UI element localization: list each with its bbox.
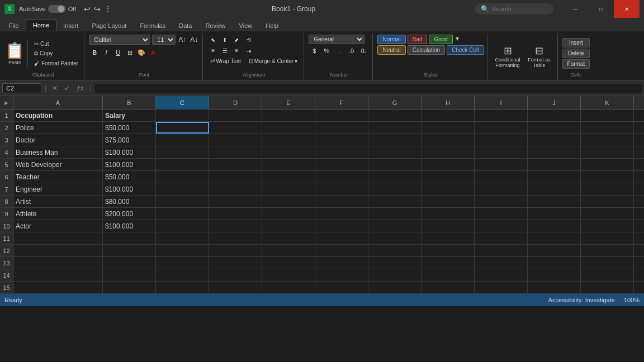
cell-G15[interactable]	[368, 282, 422, 293]
cell-H13[interactable]	[422, 257, 475, 269]
formula-input[interactable]	[94, 84, 642, 93]
format-as-table-button[interactable]: ⊟ Format asTable	[525, 43, 554, 70]
cell-A6[interactable]: Teacher	[13, 171, 103, 183]
cell-I11[interactable]	[475, 232, 528, 244]
cell-H5[interactable]	[422, 159, 475, 170]
bold-button[interactable]: B	[89, 47, 100, 58]
cell-A2[interactable]: Police	[13, 122, 103, 134]
row-number-4[interactable]: 4	[0, 146, 13, 158]
cell-G3[interactable]	[368, 134, 422, 146]
cell-A15[interactable]	[13, 282, 103, 293]
cell-F4[interactable]	[315, 146, 368, 158]
cell-I4[interactable]	[475, 146, 528, 158]
cell-C12[interactable]	[156, 245, 209, 256]
cell-K11[interactable]	[581, 232, 634, 244]
cell-I13[interactable]	[475, 257, 528, 269]
cell-I3[interactable]	[475, 134, 528, 146]
cell-B6[interactable]: $50,000	[103, 171, 156, 183]
cell-G12[interactable]	[368, 245, 422, 256]
cell-A11[interactable]	[13, 232, 103, 244]
autosave-toggle[interactable]	[48, 5, 66, 13]
row-number-3[interactable]: 3	[0, 134, 13, 146]
cell-I6[interactable]	[475, 171, 528, 183]
cell-K10[interactable]	[581, 220, 634, 232]
cell-C2[interactable]	[156, 122, 209, 134]
cell-B11[interactable]	[103, 232, 156, 244]
font-size-select[interactable]: 11	[152, 35, 176, 45]
tab-review[interactable]: Review	[198, 21, 232, 31]
style-calculation[interactable]: Calculation	[408, 45, 445, 55]
border-button[interactable]: ⊞	[124, 47, 135, 58]
row-number-1[interactable]: 1	[0, 109, 13, 121]
cell-K14[interactable]	[581, 269, 634, 281]
undo-button[interactable]: ↩	[84, 4, 91, 13]
cell-J2[interactable]	[528, 122, 581, 134]
cell-A3[interactable]: Doctor	[13, 134, 103, 146]
cell-D14[interactable]	[209, 269, 262, 281]
increase-font-button[interactable]: A↑	[177, 35, 187, 44]
wrap-text-button[interactable]: ⏎ Wrap Text	[207, 57, 244, 65]
cell-D7[interactable]	[209, 183, 262, 195]
row-number-5[interactable]: 5	[0, 159, 13, 170]
cell-D11[interactable]	[209, 232, 262, 244]
align-left[interactable]: ≡	[207, 46, 219, 56]
cell-B12[interactable]	[103, 245, 156, 256]
cell-K15[interactable]	[581, 282, 634, 293]
cell-D9[interactable]	[209, 208, 262, 220]
cell-I1[interactable]	[475, 109, 528, 121]
row-number-14[interactable]: 14	[0, 269, 13, 281]
cell-K8[interactable]	[581, 196, 634, 207]
cell-I9[interactable]	[475, 208, 528, 220]
cell-I8[interactable]	[475, 196, 528, 207]
cell-C4[interactable]	[156, 146, 209, 158]
cell-H3[interactable]	[422, 134, 475, 146]
cell-F15[interactable]	[315, 282, 368, 293]
cell-B15[interactable]	[103, 282, 156, 293]
cell-A1[interactable]: Occupation	[13, 109, 103, 121]
tab-view[interactable]: View	[233, 21, 259, 31]
row-number-6[interactable]: 6	[0, 171, 13, 183]
cell-C9[interactable]	[156, 208, 209, 220]
cell-J7[interactable]	[528, 183, 581, 195]
cell-E10[interactable]	[262, 220, 315, 232]
currency-button[interactable]: $	[309, 46, 320, 56]
formula-confirm-button[interactable]: ✓	[62, 83, 72, 93]
cell-H1[interactable]	[422, 109, 475, 121]
cell-C10[interactable]	[156, 220, 209, 232]
tab-insert[interactable]: Insert	[56, 21, 86, 31]
insert-button[interactable]: Insert	[562, 38, 590, 47]
cell-D5[interactable]	[209, 159, 262, 170]
cell-H6[interactable]	[422, 171, 475, 183]
cell-B4[interactable]: $100,000	[103, 146, 156, 158]
underline-button[interactable]: U	[112, 47, 124, 58]
cell-E13[interactable]	[262, 257, 315, 269]
cell-B8[interactable]: $80,000	[103, 196, 156, 207]
cell-J1[interactable]	[528, 109, 581, 121]
cell-H9[interactable]	[422, 208, 475, 220]
comma-button[interactable]: ,	[333, 46, 344, 56]
cell-J13[interactable]	[528, 257, 581, 269]
maximize-button[interactable]: □	[588, 0, 614, 18]
cell-C6[interactable]	[156, 171, 209, 183]
cell-G8[interactable]	[368, 196, 422, 207]
search-box[interactable]: 🔍	[475, 3, 553, 15]
cell-G10[interactable]	[368, 220, 422, 232]
cell-E3[interactable]	[262, 134, 315, 146]
cell-I15[interactable]	[475, 282, 528, 293]
conditional-formatting-button[interactable]: ⊞ ConditionalFormatting	[493, 43, 523, 70]
cell-D4[interactable]	[209, 146, 262, 158]
cell-D6[interactable]	[209, 171, 262, 183]
cell-E11[interactable]	[262, 232, 315, 244]
cell-H4[interactable]	[422, 146, 475, 158]
cell-A9[interactable]: Athlete	[13, 208, 103, 220]
cell-D15[interactable]	[209, 282, 262, 293]
merge-center-button[interactable]: ⊡ Merge & Center ▾	[246, 57, 301, 65]
font-name-select[interactable]: Calibri	[89, 35, 150, 45]
cell-F5[interactable]	[315, 159, 368, 170]
cell-B13[interactable]	[103, 257, 156, 269]
format-painter-button[interactable]: 🖌 Format Painter	[32, 59, 80, 68]
col-header-a[interactable]: A	[13, 96, 103, 109]
cell-F1[interactable]	[315, 109, 368, 121]
cell-K13[interactable]	[581, 257, 634, 269]
tab-home[interactable]: Home	[26, 20, 56, 31]
